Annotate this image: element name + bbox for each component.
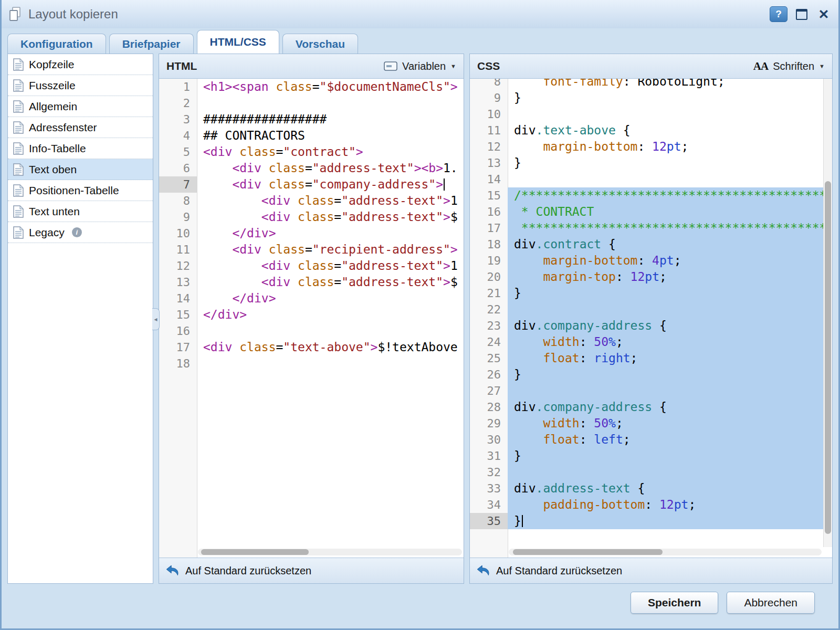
- code-line[interactable]: </div>: [197, 307, 464, 323]
- line-number: 26: [470, 366, 508, 383]
- code-line[interactable]: width: 50%;: [508, 415, 824, 432]
- css-code[interactable]: font-family: RobotoLight;}div.text-above…: [508, 79, 824, 529]
- css-reset-button[interactable]: Auf Standard zurücksetzen: [476, 564, 622, 578]
- code-line[interactable]: <div class="company-address">: [197, 176, 464, 193]
- line-number: 8: [159, 193, 197, 209]
- code-line[interactable]: #################: [197, 111, 464, 128]
- sidebar-item-fusszeile[interactable]: Fusszeile: [8, 75, 153, 96]
- line-number: 10: [470, 106, 508, 122]
- html-hscroll-thumb[interactable]: [201, 549, 309, 555]
- main-area: KopfzeileFusszeileAllgemeinAdressfenster…: [7, 54, 833, 584]
- sidebar-item-legacy[interactable]: Legacyi: [8, 222, 153, 243]
- sidebar-item-text-unten[interactable]: Text unten: [8, 201, 153, 222]
- code-line[interactable]: </div>: [197, 225, 464, 242]
- css-panel-header: CSS AA Schriften ▼: [470, 54, 832, 79]
- help-button[interactable]: ?: [770, 6, 788, 22]
- chevron-down-icon: ▼: [819, 63, 825, 69]
- code-line[interactable]: }: [508, 90, 824, 106]
- code-line[interactable]: font-family: RobotoLight;: [508, 79, 824, 90]
- sidebar-item-label: Fusszeile: [29, 79, 76, 92]
- maximize-button[interactable]: [794, 7, 810, 22]
- code-line[interactable]: <div class="contract">: [197, 144, 464, 160]
- code-line[interactable]: ## CONTRACTORS: [197, 128, 464, 144]
- code-line[interactable]: ****************************************…: [508, 220, 824, 236]
- tab-html-css[interactable]: HTML/CSS: [197, 30, 279, 54]
- html-code[interactable]: <h1><span class="$documentNameCls">#####…: [197, 79, 464, 372]
- sidebar-item-positionen-tabelle[interactable]: Positionen-Tabelle: [8, 180, 153, 201]
- code-line[interactable]: [197, 95, 464, 111]
- line-number: 3: [159, 111, 197, 128]
- sidebar-collapse-handle[interactable]: ◂: [152, 308, 160, 330]
- code-line[interactable]: margin-bottom: 4pt;: [508, 253, 824, 269]
- code-line[interactable]: float: left;: [508, 432, 824, 448]
- document-icon: [13, 205, 24, 218]
- code-line[interactable]: /***************************************…: [508, 187, 824, 204]
- code-line[interactable]: }: [508, 285, 824, 301]
- sidebar-item-label: Adressfenster: [29, 121, 97, 134]
- css-vertical-scrollbar[interactable]: [823, 79, 832, 547]
- html-panel-title: HTML: [166, 60, 197, 72]
- sidebar-item-allgemein[interactable]: Allgemein: [8, 96, 153, 117]
- code-line[interactable]: <div class="recipient-address">: [197, 242, 464, 258]
- code-line[interactable]: [508, 383, 824, 399]
- code-line[interactable]: [197, 355, 464, 372]
- save-button[interactable]: Speichern: [631, 592, 719, 614]
- sidebar-item-info-tabelle[interactable]: Info-Tabelle: [8, 138, 153, 159]
- code-line[interactable]: width: 50%;: [508, 334, 824, 350]
- chevron-left-icon: ◂: [154, 316, 157, 323]
- code-line[interactable]: div.address-text {: [508, 480, 824, 497]
- css-horizontal-scrollbar[interactable]: [509, 549, 822, 555]
- html-reset-button[interactable]: Auf Standard zurücksetzen: [165, 564, 311, 578]
- line-number: 19: [470, 253, 508, 269]
- code-line[interactable]: [508, 301, 824, 318]
- css-hscroll-thumb[interactable]: [513, 549, 663, 555]
- code-line[interactable]: <div class="address-text">1: [197, 193, 464, 209]
- close-button[interactable]: ✕: [816, 7, 832, 22]
- css-vscroll-thumb[interactable]: [825, 181, 831, 534]
- tab-briefpapier[interactable]: Briefpapier: [109, 34, 194, 54]
- sidebar-item-label: Kopfzeile: [29, 58, 74, 71]
- code-line[interactable]: div.company-address {: [508, 318, 824, 334]
- html-horizontal-scrollbar[interactable]: [198, 549, 462, 555]
- code-line[interactable]: }: [508, 448, 824, 464]
- css-panel-title: CSS: [477, 60, 500, 72]
- sidebar-item-text-oben[interactable]: Text oben: [8, 159, 153, 180]
- code-line[interactable]: margin-bottom: 12pt;: [508, 139, 824, 155]
- code-line[interactable]: <h1><span class="$documentNameCls">: [197, 79, 464, 95]
- variables-button[interactable]: Variablen ▼: [384, 60, 456, 72]
- code-line[interactable]: <div class="address-text">$: [197, 274, 464, 290]
- html-code-editor[interactable]: 123456789101112131415161718 <h1><span cl…: [159, 79, 464, 558]
- code-line[interactable]: }: [508, 513, 824, 529]
- css-code-editor[interactable]: 8910111213141516171819202122232425262728…: [470, 79, 832, 558]
- html-editor-panel: HTML Variablen ▼ 12345678910111213141516…: [159, 54, 464, 584]
- tab-vorschau[interactable]: Vorschau: [282, 34, 358, 54]
- code-line[interactable]: div.contract {: [508, 236, 824, 253]
- code-line[interactable]: [508, 464, 824, 480]
- line-number: 11: [470, 122, 508, 139]
- sidebar-item-label: Allgemein: [29, 100, 77, 113]
- code-line[interactable]: [508, 106, 824, 122]
- sidebar-item-kopfzeile[interactable]: Kopfzeile: [8, 54, 153, 75]
- code-line[interactable]: <div class="address-text">1: [197, 258, 464, 274]
- code-line[interactable]: margin-top: 12pt;: [508, 269, 824, 285]
- code-line[interactable]: div.company-address {: [508, 399, 824, 415]
- text-cursor: [444, 178, 445, 191]
- cancel-button[interactable]: Abbrechen: [727, 592, 815, 614]
- tab-konfiguration[interactable]: Konfiguration: [7, 34, 106, 54]
- code-line[interactable]: <div class="address-text"><b>1.: [197, 160, 464, 176]
- code-line[interactable]: </div>: [197, 290, 464, 307]
- copy-icon: [8, 6, 22, 22]
- code-line[interactable]: [508, 171, 824, 187]
- code-line[interactable]: [197, 323, 464, 339]
- code-line[interactable]: <div class="address-text">$: [197, 209, 464, 225]
- code-line[interactable]: }: [508, 155, 824, 171]
- code-line[interactable]: div.text-above {: [508, 122, 824, 139]
- code-line[interactable]: * CONTRACT: [508, 204, 824, 220]
- line-number: 18: [159, 355, 197, 372]
- code-line[interactable]: <div class="text-above">$!textAbove: [197, 339, 464, 355]
- fonts-button[interactable]: AA Schriften ▼: [753, 60, 825, 73]
- code-line[interactable]: }: [508, 366, 824, 383]
- sidebar-item-adressfenster[interactable]: Adressfenster: [8, 117, 153, 138]
- code-line[interactable]: float: right;: [508, 350, 824, 366]
- code-line[interactable]: padding-bottom: 12pt;: [508, 497, 824, 513]
